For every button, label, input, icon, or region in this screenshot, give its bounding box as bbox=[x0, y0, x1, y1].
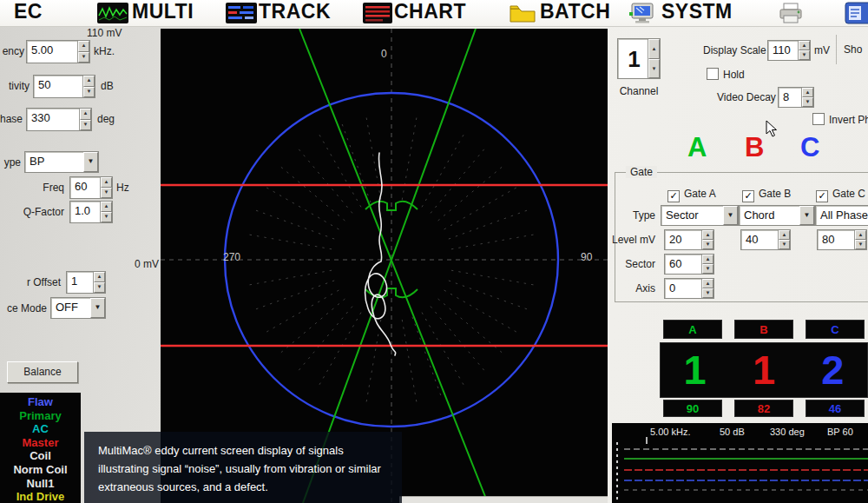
gate-b-type-dropdown[interactable]: Chord ▼ bbox=[739, 205, 815, 226]
spin-down-icon[interactable]: ▼ bbox=[83, 87, 95, 98]
spin-up-icon[interactable]: ▲ bbox=[702, 255, 713, 264]
trace-mode-dropdown[interactable]: OFF ▼ bbox=[50, 297, 106, 319]
gate-sector-value[interactable]: 60 bbox=[665, 255, 701, 274]
q-factor-value[interactable]: 1.0 bbox=[70, 202, 100, 222]
filter-type-value[interactable]: BP bbox=[25, 152, 83, 172]
toolbar-button-multi[interactable]: MULTI bbox=[132, 0, 194, 23]
track-icon[interactable] bbox=[226, 3, 257, 23]
phase-spinner[interactable]: 330 ▲▼ bbox=[26, 108, 92, 131]
gate-b-level-value[interactable]: 40 bbox=[741, 230, 778, 249]
list-item[interactable]: Flaw bbox=[0, 395, 81, 409]
trace-mode-value[interactable]: OFF bbox=[51, 298, 90, 318]
gate-b-checkbox[interactable]: ✓Gate B bbox=[742, 185, 791, 202]
toolbar-button-batch[interactable]: BATCH bbox=[540, 0, 610, 23]
gate-c-type-dropdown[interactable]: All Phase ▼ bbox=[815, 205, 868, 226]
gate-a-type-value[interactable]: Sector bbox=[661, 206, 723, 225]
spin-down-icon[interactable]: ▼ bbox=[80, 120, 91, 131]
dropdown-arrow-icon[interactable]: ▼ bbox=[83, 152, 98, 172]
filter-freq-value[interactable]: 60 bbox=[70, 177, 100, 198]
spin-up-icon[interactable]: ▲ bbox=[78, 41, 89, 52]
toolbar-button-track[interactable]: TRACK bbox=[259, 0, 331, 23]
frequency-spinner[interactable]: 5.00 ▲▼ bbox=[26, 40, 90, 63]
list-item[interactable]: Coil bbox=[0, 449, 81, 463]
toolbar-button-systm[interactable]: SYSTM bbox=[661, 0, 733, 23]
spin-down-icon[interactable]: ▼ bbox=[101, 188, 112, 198]
gate-c-checkbox[interactable]: ✓Gate C bbox=[816, 185, 865, 202]
sensitivity-spinner[interactable]: 50 ▲▼ bbox=[33, 75, 95, 98]
systm-computer-icon[interactable] bbox=[628, 2, 658, 24]
video-decay-value[interactable]: 8 bbox=[779, 88, 801, 107]
sensitivity-value[interactable]: 50 bbox=[34, 76, 82, 97]
spin-down-icon[interactable]: ▼ bbox=[702, 240, 713, 249]
spin-down-icon[interactable]: ▼ bbox=[702, 288, 713, 298]
channel-spinner[interactable]: 1 ▲▼ bbox=[617, 38, 661, 79]
invert-phase-checkbox[interactable]: Invert Phas bbox=[812, 111, 868, 127]
gate-sector-spinner[interactable]: 60 ▲▼ bbox=[664, 254, 714, 275]
spin-up-icon[interactable]: ▲ bbox=[648, 39, 660, 59]
gate-a-checkbox[interactable]: ✓Gate A bbox=[667, 185, 716, 202]
gate-a-type-dropdown[interactable]: Sector ▼ bbox=[661, 205, 739, 226]
show-button-partial[interactable]: Sho bbox=[844, 43, 862, 56]
spin-up-icon[interactable]: ▲ bbox=[101, 177, 112, 188]
display-scale-value[interactable]: 110 bbox=[768, 41, 798, 60]
spin-down-icon[interactable]: ▼ bbox=[799, 50, 810, 60]
checkbox-box[interactable]: ✓ bbox=[816, 190, 828, 202]
spin-down-icon[interactable]: ▼ bbox=[78, 52, 89, 63]
dropdown-arrow-icon[interactable]: ▼ bbox=[90, 298, 105, 318]
list-item[interactable]: Master bbox=[0, 436, 81, 450]
hold-checkbox[interactable]: Hold bbox=[707, 66, 745, 82]
gate-c-level-spinner[interactable]: 80 ▲▼ bbox=[817, 229, 867, 250]
spin-up-icon[interactable]: ▲ bbox=[799, 41, 810, 50]
spin-up-icon[interactable]: ▲ bbox=[101, 202, 112, 212]
multi-waveform-icon[interactable] bbox=[97, 3, 128, 23]
offset-value[interactable]: 1 bbox=[67, 272, 93, 293]
spin-down-icon[interactable]: ▼ bbox=[648, 59, 660, 79]
print-icon[interactable] bbox=[778, 2, 804, 24]
gate-a-level-value[interactable]: 20 bbox=[665, 230, 701, 249]
checkbox-box[interactable] bbox=[707, 68, 719, 80]
checkbox-box[interactable] bbox=[812, 113, 825, 125]
spin-up-icon[interactable]: ▲ bbox=[80, 109, 91, 120]
spin-down-icon[interactable]: ▼ bbox=[802, 97, 813, 107]
offset-spinner[interactable]: 1 ▲▼ bbox=[66, 271, 106, 294]
spin-up-icon[interactable]: ▲ bbox=[802, 88, 813, 97]
spin-down-icon[interactable]: ▼ bbox=[94, 282, 105, 293]
filter-freq-spinner[interactable]: 60 ▲▼ bbox=[69, 176, 113, 199]
gate-c-level-value[interactable]: 80 bbox=[818, 230, 854, 249]
list-item[interactable]: Norm Coil bbox=[0, 463, 81, 477]
spin-up-icon[interactable]: ▲ bbox=[702, 279, 713, 288]
phase-value[interactable]: 330 bbox=[27, 109, 79, 130]
gate-axis-value[interactable]: 0 bbox=[665, 279, 701, 298]
batch-folder-icon[interactable] bbox=[509, 3, 536, 23]
spin-up-icon[interactable]: ▲ bbox=[83, 76, 95, 87]
spin-down-icon[interactable]: ▼ bbox=[702, 264, 713, 274]
list-item[interactable]: Ind Drive bbox=[0, 490, 81, 503]
dropdown-arrow-icon[interactable]: ▼ bbox=[723, 206, 738, 225]
app-corner-icon[interactable] bbox=[844, 1, 868, 25]
display-scale-spinner[interactable]: 110 ▲▼ bbox=[767, 40, 811, 61]
gate-a-level-spinner[interactable]: 20 ▲▼ bbox=[664, 229, 714, 250]
checkbox-box[interactable]: ✓ bbox=[667, 190, 680, 202]
gate-b-level-spinner[interactable]: 40 ▲▼ bbox=[740, 229, 791, 250]
balance-button[interactable]: Balance bbox=[7, 361, 78, 383]
spin-up-icon[interactable]: ▲ bbox=[779, 230, 790, 240]
checkbox-box[interactable]: ✓ bbox=[742, 190, 754, 202]
spin-up-icon[interactable]: ▲ bbox=[855, 230, 866, 240]
spin-down-icon[interactable]: ▼ bbox=[779, 240, 790, 249]
gate-b-type-value[interactable]: Chord bbox=[740, 206, 799, 225]
spin-up-icon[interactable]: ▲ bbox=[94, 272, 105, 282]
filter-type-dropdown[interactable]: BP ▼ bbox=[24, 151, 99, 173]
chart-icon[interactable] bbox=[363, 3, 392, 23]
dropdown-arrow-icon[interactable]: ▼ bbox=[799, 206, 814, 225]
channel-value[interactable]: 1 bbox=[618, 39, 648, 78]
spin-up-icon[interactable]: ▲ bbox=[702, 230, 713, 240]
spin-down-icon[interactable]: ▼ bbox=[855, 240, 866, 249]
frequency-value[interactable]: 5.00 bbox=[27, 41, 77, 63]
toolbar-button-chart[interactable]: CHART bbox=[394, 0, 466, 23]
gate-axis-spinner[interactable]: 0 ▲▼ bbox=[664, 278, 714, 299]
list-item[interactable]: Null1 bbox=[0, 477, 81, 491]
spin-down-icon[interactable]: ▼ bbox=[101, 212, 112, 222]
list-item[interactable]: AC bbox=[0, 422, 81, 436]
q-factor-spinner[interactable]: 1.0 ▲▼ bbox=[69, 201, 113, 223]
gate-c-type-value[interactable]: All Phase bbox=[816, 206, 868, 225]
